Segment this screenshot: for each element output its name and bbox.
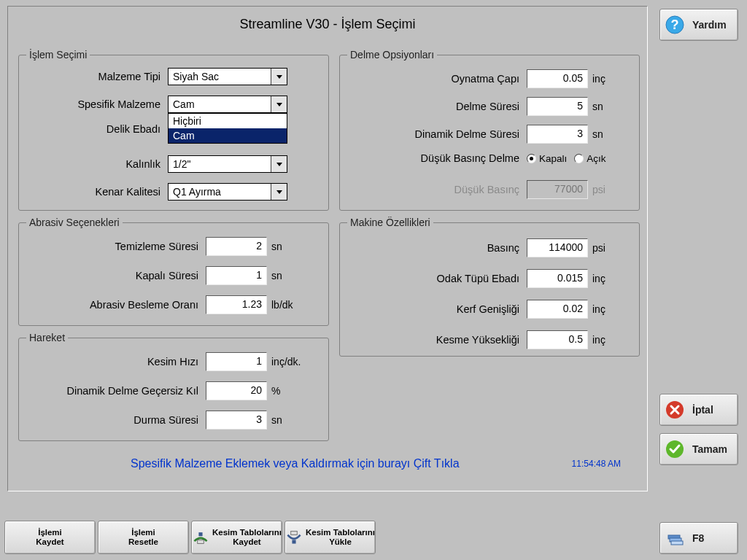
cut-speed-unit: inç/dk. <box>267 356 301 368</box>
low-pressure-on-radio[interactable]: Açık <box>574 153 605 164</box>
kerf-input[interactable]: 0.02 <box>527 300 588 319</box>
pressure-unit: psi <box>588 242 605 254</box>
cut-height-unit: inç <box>588 334 605 346</box>
cancel-icon <box>665 400 685 420</box>
ddo-unit: % <box>267 385 280 397</box>
save-tables-icon <box>192 527 209 548</box>
load-cut-tables-button[interactable]: Kesim Tablolarını Yükle <box>285 521 376 554</box>
clock-timestamp: 11:54:48 AM <box>572 459 621 469</box>
reset-process-label: İşlemi Resetle <box>128 528 158 546</box>
cleaning-time-unit: sn <box>267 241 282 252</box>
load-tables-icon <box>285 527 303 548</box>
group-motion-legend: Hareket <box>26 332 68 343</box>
cut-height-label: Kesme Yüksekliği <box>340 334 527 346</box>
f8-button-label: F8 <box>692 532 704 544</box>
ok-icon <box>665 439 685 459</box>
svg-rect-14 <box>291 531 298 534</box>
group-process: İşlem Seçimi Malzeme Tipi Siyah Sac Spes… <box>18 49 329 211</box>
dwell-label: Durma Süresi <box>19 414 206 426</box>
svg-text:?: ? <box>671 18 679 32</box>
group-process-legend: İşlem Seçimi <box>26 49 90 61</box>
low-pressure-input: 77000 <box>527 180 588 199</box>
thickness-combo[interactable]: 1/2" <box>168 155 287 173</box>
group-machine: Makine Özellikleri Basınç 114000 psi Oda… <box>339 217 640 357</box>
kerf-label: Kerf Genişliği <box>340 303 527 315</box>
kerf-unit: inç <box>588 303 605 315</box>
chevron-down-icon[interactable] <box>271 184 287 200</box>
help-button-label: Yardım <box>692 19 727 31</box>
dwell-unit: sn <box>267 414 282 426</box>
focus-tube-unit: inç <box>588 273 605 284</box>
svg-rect-12 <box>198 540 204 543</box>
off-time-label: Kapalı Süresi <box>19 270 206 281</box>
feed-rate-label: Abrasiv Besleme Oranı <box>19 299 206 311</box>
chevron-down-icon[interactable] <box>271 156 287 172</box>
low-pressure-unit: psi <box>588 184 605 195</box>
ok-button-label: Tamam <box>692 443 727 455</box>
material-type-combo[interactable]: Siyah Sac <box>168 68 287 85</box>
chevron-down-icon[interactable] <box>271 69 287 85</box>
off-time-input[interactable]: 1 <box>206 266 267 285</box>
dyn-pierce-time-label: Dinamik Delme Süresi <box>340 128 527 140</box>
specific-material-label: Spesifik Malzeme <box>19 98 168 110</box>
save-cut-tables-button[interactable]: Kesim Tablolarını Kaydet <box>191 521 282 554</box>
material-type-label: Malzeme Tipi <box>19 71 168 82</box>
low-pressure-pierce-label: Düşük Basınç Delme <box>340 152 527 164</box>
group-abrasive: Abrasiv Seçenekleri Temizleme Süresi 2 s… <box>18 217 329 326</box>
group-machine-legend: Makine Özellikleri <box>347 217 433 228</box>
edge-quality-label: Kenar Kalitesi <box>19 186 168 198</box>
dropdown-option-glass[interactable]: Cam <box>169 128 287 143</box>
feed-rate-unit: lb/dk <box>267 299 293 311</box>
pressure-input[interactable]: 114000 <box>527 238 588 257</box>
dyn-pierce-time-input[interactable]: 3 <box>527 125 588 144</box>
main-panel: Streamline V30 - İşlem Seçimi İşlem Seçi… <box>7 6 648 491</box>
reset-process-button[interactable]: İşlemi Resetle <box>98 521 189 554</box>
svg-marker-2 <box>276 163 282 166</box>
help-button[interactable]: ? Yardım <box>659 9 738 41</box>
specific-material-dropdown[interactable]: Hiçbiri Cam <box>168 113 287 144</box>
pierce-time-input[interactable]: 5 <box>527 97 588 116</box>
play-dia-input[interactable]: 0.05 <box>527 69 588 88</box>
pierce-time-unit: sn <box>588 101 603 112</box>
cleaning-time-label: Temizleme Süresi <box>19 241 206 252</box>
low-pressure-label: Düşük Basınç <box>340 184 527 195</box>
help-icon: ? <box>665 15 685 35</box>
off-time-unit: sn <box>267 270 282 281</box>
group-pierce-legend: Delme Opsiyonları <box>347 49 437 61</box>
svg-marker-0 <box>276 75 282 79</box>
bottom-toolbar: İşlemi Kaydet İşlemi Resetle Kesim Tablo… <box>4 521 376 554</box>
dyn-pierce-time-unit: sn <box>588 128 603 140</box>
load-cut-tables-label: Kesim Tablolarını Yükle <box>306 528 375 546</box>
save-process-label: İşlemi Kaydet <box>36 528 63 546</box>
svg-marker-1 <box>276 103 282 106</box>
card-stack-icon <box>665 528 685 548</box>
cut-height-input[interactable]: 0.5 <box>527 330 588 349</box>
edge-quality-combo[interactable]: Q1 Ayırma <box>168 183 287 201</box>
group-abrasive-legend: Abrasiv Seçenekleri <box>26 217 123 228</box>
dwell-input[interactable]: 3 <box>206 411 267 429</box>
ok-button[interactable]: Tamam <box>659 433 738 465</box>
cut-speed-input[interactable]: 1 <box>206 352 267 371</box>
cut-speed-label: Kesim Hızı <box>19 356 206 368</box>
ddo-label: Dinamik Delme Geçersiz Kıl <box>19 385 206 397</box>
play-dia-unit: inç <box>588 73 605 85</box>
add-remove-material-link[interactable]: Spesifik Malzeme Eklemek veya Kaldırmak … <box>131 457 460 470</box>
svg-rect-11 <box>198 532 202 536</box>
ddo-input[interactable]: 20 <box>206 381 267 400</box>
focus-tube-input[interactable]: 0.015 <box>527 269 588 288</box>
svg-marker-3 <box>276 190 282 194</box>
f8-button[interactable]: F8 <box>659 522 738 554</box>
cleaning-time-input[interactable]: 2 <box>206 237 267 256</box>
save-process-button[interactable]: İşlemi Kaydet <box>4 521 96 554</box>
specific-material-combo[interactable]: Cam <box>168 96 287 113</box>
cancel-button[interactable]: İptal <box>659 394 738 426</box>
chevron-down-icon[interactable] <box>271 96 287 112</box>
low-pressure-off-radio[interactable]: Kapalı <box>527 153 567 164</box>
thickness-label: Kalınlık <box>19 158 168 170</box>
svg-rect-13 <box>292 540 295 543</box>
feed-rate-input[interactable]: 1.23 <box>206 295 267 314</box>
group-pierce: Delme Opsiyonları Oynatma Çapı 0.05 inç … <box>339 49 640 211</box>
focus-tube-label: Odak Tüpü Ebadı <box>340 273 527 284</box>
pierce-time-label: Delme Süresi <box>340 101 527 112</box>
dropdown-option-none[interactable]: Hiçbiri <box>169 114 287 128</box>
